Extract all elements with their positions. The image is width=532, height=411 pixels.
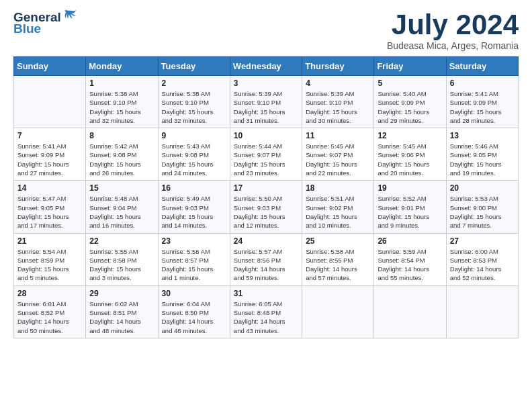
- day-info: Sunrise: 5:50 AM Sunset: 9:03 PM Dayligh…: [234, 194, 298, 230]
- day-info: Sunrise: 5:49 AM Sunset: 9:03 PM Dayligh…: [162, 194, 226, 230]
- day-header-thursday: Thursday: [302, 57, 374, 76]
- day-info: Sunrise: 5:51 AM Sunset: 9:02 PM Dayligh…: [306, 194, 370, 230]
- calendar-cell: 7Sunrise: 5:41 AM Sunset: 9:09 PM Daylig…: [14, 128, 86, 181]
- day-info: Sunrise: 5:39 AM Sunset: 9:10 PM Dayligh…: [234, 89, 298, 125]
- day-header-monday: Monday: [86, 57, 158, 76]
- day-number: 9: [162, 131, 226, 140]
- calendar-cell: 17Sunrise: 5:50 AM Sunset: 9:03 PM Dayli…: [230, 181, 302, 233]
- day-number: 3: [234, 79, 298, 88]
- calendar-cell: 15Sunrise: 5:48 AM Sunset: 9:04 PM Dayli…: [86, 181, 158, 233]
- calendar-cell: 29Sunrise: 6:02 AM Sunset: 8:51 PM Dayli…: [86, 285, 158, 338]
- calendar-cell: 2Sunrise: 5:38 AM Sunset: 9:10 PM Daylig…: [158, 76, 230, 128]
- day-header-sunday: Sunday: [14, 57, 86, 76]
- day-info: Sunrise: 5:54 AM Sunset: 8:59 PM Dayligh…: [17, 247, 82, 283]
- day-info: Sunrise: 5:52 AM Sunset: 9:01 PM Dayligh…: [378, 194, 442, 230]
- day-number: 31: [234, 289, 298, 298]
- calendar-cell: 18Sunrise: 5:51 AM Sunset: 9:02 PM Dayli…: [302, 181, 374, 233]
- day-info: Sunrise: 5:46 AM Sunset: 9:05 PM Dayligh…: [450, 142, 515, 177]
- day-number: 18: [306, 183, 370, 193]
- day-number: 26: [378, 236, 442, 246]
- title-area: July 2024 Budeasa Mica, Arges, Romania: [387, 11, 519, 51]
- day-info: Sunrise: 5:45 AM Sunset: 9:07 PM Dayligh…: [306, 142, 370, 177]
- day-number: 25: [306, 236, 370, 246]
- calendar-cell: 3Sunrise: 5:39 AM Sunset: 9:10 PM Daylig…: [230, 76, 302, 128]
- calendar-cell: [446, 285, 518, 338]
- calendar-cell: 8Sunrise: 5:42 AM Sunset: 9:08 PM Daylig…: [86, 128, 158, 181]
- day-number: 15: [89, 183, 154, 193]
- calendar-cell: 19Sunrise: 5:52 AM Sunset: 9:01 PM Dayli…: [374, 181, 446, 233]
- days-header-row: SundayMondayTuesdayWednesdayThursdayFrid…: [14, 57, 519, 76]
- day-number: 4: [306, 79, 370, 88]
- day-info: Sunrise: 5:45 AM Sunset: 9:06 PM Dayligh…: [378, 142, 442, 177]
- calendar-table: SundayMondayTuesdayWednesdayThursdayFrid…: [13, 56, 519, 338]
- day-number: 8: [89, 131, 154, 140]
- calendar-cell: 13Sunrise: 5:46 AM Sunset: 9:05 PM Dayli…: [446, 128, 518, 181]
- day-header-saturday: Saturday: [446, 57, 518, 76]
- location: Budeasa Mica, Arges, Romania: [387, 40, 519, 51]
- day-header-tuesday: Tuesday: [158, 57, 230, 76]
- calendar-cell: 16Sunrise: 5:49 AM Sunset: 9:03 PM Dayli…: [158, 181, 230, 233]
- day-info: Sunrise: 5:41 AM Sunset: 9:09 PM Dayligh…: [450, 89, 515, 125]
- day-number: 29: [89, 289, 154, 298]
- day-info: Sunrise: 5:38 AM Sunset: 9:10 PM Dayligh…: [162, 89, 226, 125]
- day-number: 21: [17, 236, 82, 246]
- day-number: 24: [234, 236, 298, 246]
- day-info: Sunrise: 5:40 AM Sunset: 9:09 PM Dayligh…: [378, 89, 442, 125]
- day-info: Sunrise: 5:38 AM Sunset: 9:10 PM Dayligh…: [89, 89, 154, 125]
- day-number: 12: [378, 131, 442, 140]
- day-number: 19: [378, 183, 442, 193]
- day-number: 7: [17, 131, 82, 140]
- day-number: 1: [89, 79, 154, 88]
- day-number: 14: [17, 183, 82, 193]
- day-info: Sunrise: 5:58 AM Sunset: 8:55 PM Dayligh…: [306, 247, 370, 283]
- day-info: Sunrise: 5:44 AM Sunset: 9:07 PM Dayligh…: [234, 142, 298, 177]
- calendar-cell: [14, 76, 86, 128]
- calendar-cell: 4Sunrise: 5:39 AM Sunset: 9:10 PM Daylig…: [302, 76, 374, 128]
- day-info: Sunrise: 6:05 AM Sunset: 8:48 PM Dayligh…: [234, 300, 298, 335]
- day-number: 28: [17, 289, 82, 298]
- calendar-cell: [374, 285, 446, 338]
- day-info: Sunrise: 5:55 AM Sunset: 8:58 PM Dayligh…: [89, 247, 154, 283]
- calendar-cell: 27Sunrise: 6:00 AM Sunset: 8:53 PM Dayli…: [446, 233, 518, 285]
- calendar-cell: 11Sunrise: 5:45 AM Sunset: 9:07 PM Dayli…: [302, 128, 374, 181]
- day-info: Sunrise: 5:43 AM Sunset: 9:08 PM Dayligh…: [162, 142, 226, 177]
- header: General Blue July 2024 Budeasa Mica, Arg…: [13, 11, 519, 51]
- calendar-cell: 6Sunrise: 5:41 AM Sunset: 9:09 PM Daylig…: [446, 76, 518, 128]
- day-info: Sunrise: 5:56 AM Sunset: 8:57 PM Dayligh…: [162, 247, 226, 283]
- calendar-cell: 25Sunrise: 5:58 AM Sunset: 8:55 PM Dayli…: [302, 233, 374, 285]
- calendar-cell: 10Sunrise: 5:44 AM Sunset: 9:07 PM Dayli…: [230, 128, 302, 181]
- calendar-cell: 20Sunrise: 5:53 AM Sunset: 9:00 PM Dayli…: [446, 181, 518, 233]
- calendar-cell: 30Sunrise: 6:04 AM Sunset: 8:50 PM Dayli…: [158, 285, 230, 338]
- logo: General Blue: [13, 11, 77, 35]
- calendar-cell: 22Sunrise: 5:55 AM Sunset: 8:58 PM Dayli…: [86, 233, 158, 285]
- day-number: 20: [450, 183, 515, 193]
- calendar-cell: 26Sunrise: 5:59 AM Sunset: 8:54 PM Dayli…: [374, 233, 446, 285]
- logo-bird-icon: [62, 9, 77, 24]
- page: General Blue July 2024 Budeasa Mica, Arg…: [0, 0, 532, 352]
- calendar-cell: 28Sunrise: 6:01 AM Sunset: 8:52 PM Dayli…: [14, 285, 86, 338]
- day-number: 10: [234, 131, 298, 140]
- calendar-cell: 14Sunrise: 5:47 AM Sunset: 9:05 PM Dayli…: [14, 181, 86, 233]
- day-info: Sunrise: 6:00 AM Sunset: 8:53 PM Dayligh…: [450, 247, 515, 283]
- day-number: 17: [234, 183, 298, 193]
- day-info: Sunrise: 5:48 AM Sunset: 9:04 PM Dayligh…: [89, 194, 154, 230]
- week-row-1: 1Sunrise: 5:38 AM Sunset: 9:10 PM Daylig…: [14, 76, 519, 128]
- week-row-4: 21Sunrise: 5:54 AM Sunset: 8:59 PM Dayli…: [14, 233, 519, 285]
- calendar-cell: 31Sunrise: 6:05 AM Sunset: 8:48 PM Dayli…: [230, 285, 302, 338]
- day-number: 2: [162, 79, 226, 88]
- calendar-cell: 1Sunrise: 5:38 AM Sunset: 9:10 PM Daylig…: [86, 76, 158, 128]
- day-info: Sunrise: 6:01 AM Sunset: 8:52 PM Dayligh…: [17, 300, 82, 335]
- week-row-5: 28Sunrise: 6:01 AM Sunset: 8:52 PM Dayli…: [14, 285, 519, 338]
- day-number: 23: [162, 236, 226, 246]
- day-number: 5: [378, 79, 442, 88]
- calendar-cell: 9Sunrise: 5:43 AM Sunset: 9:08 PM Daylig…: [158, 128, 230, 181]
- month-title: July 2024: [387, 11, 519, 39]
- day-number: 13: [450, 131, 515, 140]
- calendar-cell: 21Sunrise: 5:54 AM Sunset: 8:59 PM Dayli…: [14, 233, 86, 285]
- day-info: Sunrise: 6:02 AM Sunset: 8:51 PM Dayligh…: [89, 300, 154, 335]
- day-info: Sunrise: 5:47 AM Sunset: 9:05 PM Dayligh…: [17, 194, 82, 230]
- day-number: 11: [306, 131, 370, 140]
- day-info: Sunrise: 6:04 AM Sunset: 8:50 PM Dayligh…: [162, 300, 226, 335]
- day-info: Sunrise: 5:53 AM Sunset: 9:00 PM Dayligh…: [450, 194, 515, 230]
- day-info: Sunrise: 5:59 AM Sunset: 8:54 PM Dayligh…: [378, 247, 442, 283]
